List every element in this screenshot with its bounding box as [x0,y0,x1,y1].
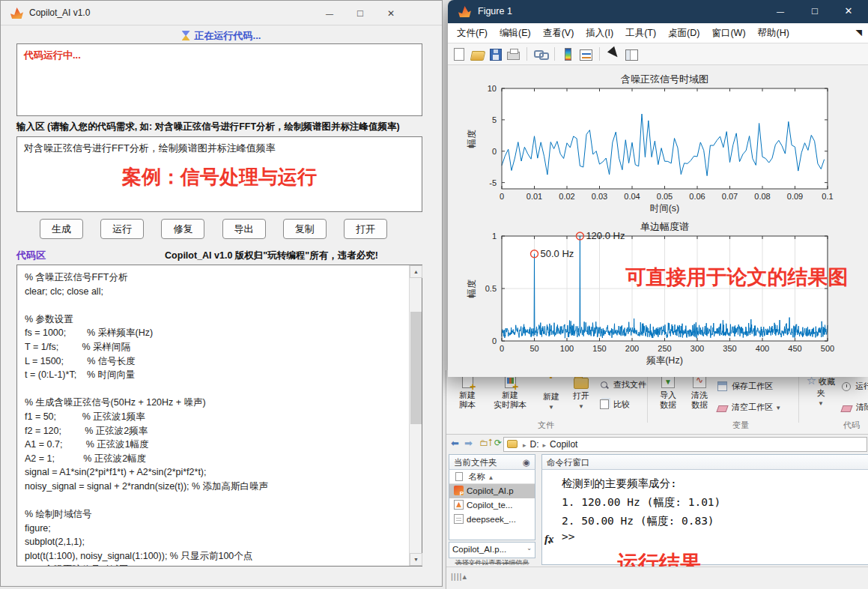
command-window-body[interactable]: 检测到的主要频率成分: 1. 120.00 Hz (幅度: 1.01) 2. 5… [541,470,868,565]
minimize-button[interactable] [321,7,338,20]
save-icon[interactable] [490,49,502,61]
output-textarea[interactable]: 代码运行中... [16,43,422,116]
browse-folder-icon[interactable]: ⟳ [494,438,502,448]
run-button[interactable]: 运行 [842,381,868,394]
insert-colorbar-icon[interactable] [565,48,571,61]
paper-figure-annotation: 可直接用于论文的结果图 [625,266,849,289]
minimize-button[interactable] [770,4,791,19]
svg-text:单边幅度谱: 单边幅度谱 [640,221,689,232]
current-folder-panel: 当前文件夹 ◉ 名称 ▲ Copilot_AI.pCopilot_te...de… [449,454,535,565]
file-row[interactable]: deepseek_... [449,513,535,527]
figure-toolbar [448,43,868,65]
command-window-header[interactable]: 命令行窗口 [541,454,868,470]
dock-arrow-icon[interactable]: ◥ [856,28,862,37]
file-row[interactable]: Copilot_te... [449,498,535,513]
figure-titlebar[interactable]: Figure 1 [448,0,868,23]
close-button[interactable] [838,4,859,19]
open-button[interactable]: 打开 ▼ [568,375,595,429]
clear-workspace-button[interactable]: 清空工作区 ▼ [717,402,781,415]
action-button-生成[interactable]: 生成 [40,219,83,239]
insert-legend-icon[interactable] [580,49,592,61]
code-line: % 绘制时域信号 [25,507,401,522]
peak-label: 50.0 Hz [541,248,574,259]
breadcrumb-separator-icon: ▸ [543,441,547,449]
menu-item-工具(T)[interactable]: 工具(T) [625,27,656,40]
fx-icon[interactable]: fx [544,533,554,546]
edit-plot-cursor-icon[interactable] [607,47,620,61]
menu-item-桌面(D)[interactable]: 桌面(D) [668,27,699,40]
menu-item-文件(F)[interactable]: 文件(F) [457,27,488,40]
svg-text:0.06: 0.06 [689,192,705,201]
chevron-down-icon: ▼ [578,403,584,410]
close-button[interactable] [383,7,399,20]
svg-text:频率(Hz): 频率(Hz) [646,355,683,366]
save-workspace-icon [717,381,727,391]
code-line [25,494,401,508]
toolbar-separator [599,47,600,61]
up-folder-icon[interactable]: 🗀⭡ [479,438,493,448]
forward-arrow-icon[interactable]: ➡ [464,438,473,449]
code-line: A2 = 1; % 正弦波2幅度 [25,452,401,466]
action-button-打开[interactable]: 打开 [344,219,387,239]
save-workspace-button[interactable]: 保存工作区 [717,381,773,394]
action-button-复制[interactable]: 复制 [283,219,327,239]
import-data-button[interactable]: 导入 数据 [653,375,683,429]
compare-button[interactable]: 比较 [600,399,630,412]
new-live-script-button[interactable]: 新建 实时脚本 [487,375,533,429]
scrollbar-thumb[interactable] [410,312,422,424]
svg-text:0.5: 0.5 [485,284,497,293]
menu-item-帮助(H)[interactable]: 帮助(H) [758,27,789,40]
menu-item-查看(V)[interactable]: 查看(V) [543,27,574,40]
svg-text:200: 200 [625,344,639,353]
command-prompt[interactable]: >> [562,531,574,543]
text-doc-icon [454,514,464,524]
menu-item-窗口(W)[interactable]: 窗口(W) [711,27,745,40]
file-details-dropdown[interactable]: Copilot_AI.p... ⌄ [449,542,535,558]
svg-text:150: 150 [592,344,606,353]
new-script-button[interactable]: 新建 脚本 [451,375,484,429]
code-textarea[interactable]: % 含噪正弦信号FFT分析clear; clc; close all; % 参数… [16,265,422,567]
maximize-button[interactable] [804,4,825,19]
action-button-修复[interactable]: 修复 [161,219,204,239]
action-button-运行[interactable]: 运行 [100,219,144,239]
file-list-header[interactable]: 名称 ▲ [449,470,535,484]
code-line: t = (0:L-1)*T; % 时间向量 [25,368,401,382]
current-folder-header[interactable]: 当前文件夹 ◉ [449,454,535,470]
new-file-icon[interactable] [454,48,464,61]
matlab-status-bar: ||||▴ [446,567,868,589]
statusbar-grip-icon[interactable]: ||||▴ [451,572,467,582]
print-icon[interactable] [507,52,520,60]
breadcrumb[interactable]: ▸D:▸Copilot [503,437,867,452]
menu-item-编辑(E)[interactable]: 编辑(E) [500,27,531,40]
panel-menu-icon[interactable]: ◉ [523,457,530,468]
copilot-titlebar[interactable]: Copilot_AI v1.0 [1,1,442,25]
property-editor-icon[interactable] [625,49,638,61]
folder-navigation-bar: ⬅ ➡ 🗀⭡ ⟳ ▸D:▸Copilot [446,436,868,453]
scroll-up-icon[interactable]: ▲ [410,265,422,278]
breadcrumb-item[interactable]: Copilot [550,439,577,450]
matlab-ribbon: 新建 脚本 新建 实时脚本 新建 ▼ 打开 ▼ 查找文件 比较 导 [446,370,868,435]
link-icon[interactable] [534,47,547,61]
clear-commands-button[interactable]: 清除 [842,402,868,415]
menu-item-插入(I)[interactable]: 插入(I) [586,27,613,40]
command-output: 检测到的主要频率成分: 1. 120.00 Hz (幅度: 1.01) 2. 5… [562,474,720,531]
action-button-导出[interactable]: 导出 [222,219,266,239]
find-files-icon [600,381,609,390]
breadcrumb-item[interactable]: D: [530,439,539,450]
back-arrow-icon[interactable]: ⬅ [451,438,459,449]
code-line: f2 = 120; % 正弦波2频率 [25,424,401,438]
clean-data-button[interactable]: 清洗 数据 [685,375,714,429]
file-row[interactable]: Copilot_AI.p [449,484,535,498]
chevron-down-icon: ⌄ [526,545,532,552]
maximize-button[interactable] [352,7,368,20]
open-folder-icon[interactable] [470,51,486,61]
figure-canvas: 00.010.020.030.040.050.060.070.080.090.1… [448,65,868,377]
favorites-button[interactable]: ☆ 收藏夹 ▼ [804,375,837,429]
scroll-down-icon[interactable]: ▼ [410,553,422,566]
ribbon-divider [798,375,799,423]
find-files-button[interactable]: 查找文件 [600,379,646,393]
svg-text:0.07: 0.07 [722,192,738,201]
ribbon-divider [647,375,648,423]
code-scrollbar[interactable]: ▲ ▼ [409,265,422,566]
code-line: % 参数设置 [25,312,401,327]
